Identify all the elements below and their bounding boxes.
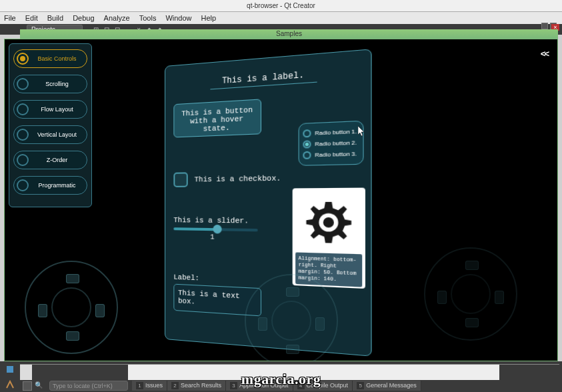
editor-tab-strip <box>20 364 559 380</box>
slider-value: 1 <box>210 233 214 241</box>
status-bar: 1Issues 2Search Results 3Application Out… <box>132 381 559 391</box>
status-app-output[interactable]: 3Application Output <box>226 381 293 391</box>
textbox-label: Label: <box>173 273 199 283</box>
slider-label: This is a slider. <box>173 216 249 225</box>
radio-icon <box>17 103 29 115</box>
menu-window[interactable]: Window <box>165 14 191 22</box>
hover-button[interactable]: This is a button with a hover state. <box>173 99 261 137</box>
menu-help[interactable]: Help <box>201 14 217 22</box>
tab[interactable] <box>20 364 32 380</box>
menu-analyze[interactable]: Analyze <box>104 14 130 22</box>
radio-icon <box>303 129 311 137</box>
title-bar: qt-browser - Qt Creator <box>0 0 562 12</box>
dpad-left[interactable] <box>437 291 447 304</box>
dpad-up[interactable] <box>286 287 299 297</box>
radio-icon <box>17 179 29 191</box>
dpad-control[interactable] <box>25 261 118 354</box>
search-icon[interactable]: 🔍 <box>34 381 43 391</box>
panel-title-bar: Samples <box>20 29 558 39</box>
radio-group: Radio button 1. Radio button 2. Radio bu… <box>299 121 364 166</box>
image-card: Alignment: bottom-right. Right margin: 5… <box>293 188 365 289</box>
locator-input[interactable]: Type to locate (Ctrl+K) <box>49 381 128 391</box>
dpad-right[interactable] <box>315 317 325 331</box>
status-compile-output[interactable]: 4Compile Output <box>293 381 353 391</box>
radio-icon <box>17 154 29 166</box>
dpad-down[interactable] <box>465 318 479 327</box>
radio-icon <box>17 129 29 141</box>
dpad-left[interactable] <box>38 304 47 317</box>
bottom-bar: 🔍 Type to locate (Ctrl+K) 1Issues 2Searc… <box>0 361 562 392</box>
nav-flow-layout[interactable]: Flow Layout <box>13 100 87 119</box>
status-search-results[interactable]: 2Search Results <box>167 381 226 391</box>
nav-sidebar: Basic Controls Scrolling Flow Layout Ver… <box>9 43 92 207</box>
dpad-right[interactable] <box>95 304 105 317</box>
dpad-right[interactable] <box>495 291 504 304</box>
minimize-icon[interactable] <box>541 23 548 29</box>
menu-edit[interactable]: Edit <box>25 14 38 22</box>
svg-rect-2 <box>7 366 13 373</box>
mode-build-icon[interactable] <box>0 377 20 392</box>
radio-option-2[interactable]: Radio button 2. <box>303 139 359 149</box>
tab[interactable] <box>128 364 499 380</box>
radio-option-1[interactable]: Radio button 1. <box>303 127 359 137</box>
dpad-control[interactable] <box>245 274 338 367</box>
radio-icon <box>17 78 29 90</box>
menu-file[interactable]: File <box>4 14 16 22</box>
nav-z-order[interactable]: Z-Order <box>13 151 87 169</box>
dpad-left[interactable] <box>258 317 267 331</box>
menu-debug[interactable]: Debug <box>73 14 94 22</box>
radio-icon <box>303 151 311 159</box>
radio-icon <box>17 53 29 65</box>
radio-icon <box>303 140 311 148</box>
demo-checkbox[interactable] <box>173 172 187 187</box>
dpad-up[interactable] <box>465 261 479 270</box>
tab[interactable] <box>32 364 128 380</box>
collapse-button[interactable]: << <box>541 49 548 59</box>
nav-basic-controls[interactable]: Basic Controls <box>13 49 87 68</box>
radio-option-3[interactable]: Radio button 3. <box>303 150 359 159</box>
tab[interactable] <box>499 364 559 380</box>
output-toggle-icon[interactable] <box>23 381 32 391</box>
nav-programmatic[interactable]: Programmatic <box>13 176 87 195</box>
gear-icon <box>295 191 362 254</box>
dpad-down[interactable] <box>286 345 299 354</box>
status-issues[interactable]: 1Issues <box>132 381 167 391</box>
dpad-control[interactable] <box>424 247 517 341</box>
checkbox-label: This is a checkbox. <box>195 174 281 183</box>
menu-tools[interactable]: Tools <box>139 14 157 22</box>
mode-run-icon[interactable] <box>0 361 20 377</box>
nav-vertical-layout[interactable]: Vertical Layout <box>13 125 87 144</box>
menu-bar: File Edit Build Debug Analyze Tools Wind… <box>0 12 562 24</box>
dpad-down[interactable] <box>66 331 79 341</box>
main-viewport: Basic Controls Scrolling Flow Layout Ver… <box>4 39 558 361</box>
status-general-messages[interactable]: 5General Messages <box>353 381 421 391</box>
dpad-up[interactable] <box>66 274 79 283</box>
nav-scrolling[interactable]: Scrolling <box>13 75 87 93</box>
menu-build[interactable]: Build <box>47 14 63 22</box>
